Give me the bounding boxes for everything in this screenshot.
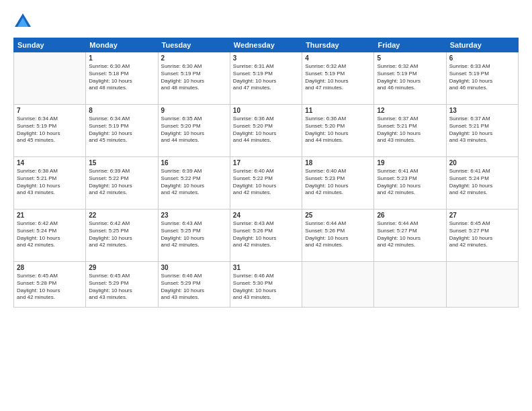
day-cell: 28Sunrise: 6:45 AM Sunset: 5:28 PM Dayli… (14, 262, 86, 308)
header (13, 12, 519, 31)
day-cell: 1Sunrise: 6:30 AM Sunset: 5:18 PM Daylig… (86, 52, 158, 105)
day-info: Sunrise: 6:46 AM Sunset: 5:29 PM Dayligh… (161, 273, 227, 302)
day-number: 21 (17, 212, 83, 219)
week-row-0: 1Sunrise: 6:30 AM Sunset: 5:18 PM Daylig… (14, 52, 519, 105)
header-cell-saturday: Saturday (446, 38, 518, 52)
day-info: Sunrise: 6:46 AM Sunset: 5:30 PM Dayligh… (233, 273, 299, 302)
week-row-3: 21Sunrise: 6:42 AM Sunset: 5:24 PM Dayli… (14, 210, 519, 262)
day-cell: 30Sunrise: 6:46 AM Sunset: 5:29 PM Dayli… (158, 262, 230, 308)
day-cell: 19Sunrise: 6:41 AM Sunset: 5:23 PM Dayli… (374, 157, 446, 210)
day-cell: 23Sunrise: 6:43 AM Sunset: 5:25 PM Dayli… (158, 210, 230, 262)
day-number: 24 (233, 212, 299, 219)
day-info: Sunrise: 6:36 AM Sunset: 5:20 PM Dayligh… (233, 116, 299, 144)
day-info: Sunrise: 6:40 AM Sunset: 5:22 PM Dayligh… (233, 168, 299, 197)
logo-icon (13, 12, 32, 31)
day-cell: 7Sunrise: 6:34 AM Sunset: 5:19 PM Daylig… (14, 105, 86, 157)
day-number: 30 (161, 264, 227, 271)
day-cell: 15Sunrise: 6:39 AM Sunset: 5:22 PM Dayli… (86, 157, 158, 210)
calendar-header: SundayMondayTuesdayWednesdayThursdayFrid… (14, 38, 519, 52)
day-cell: 6Sunrise: 6:33 AM Sunset: 5:19 PM Daylig… (446, 52, 518, 105)
day-info: Sunrise: 6:30 AM Sunset: 5:18 PM Dayligh… (89, 63, 154, 92)
day-info: Sunrise: 6:35 AM Sunset: 5:20 PM Dayligh… (161, 116, 227, 144)
header-cell-wednesday: Wednesday (230, 38, 302, 52)
day-number: 27 (449, 212, 515, 219)
week-row-4: 28Sunrise: 6:45 AM Sunset: 5:28 PM Dayli… (14, 262, 519, 308)
day-number: 18 (305, 159, 371, 167)
day-info: Sunrise: 6:32 AM Sunset: 5:19 PM Dayligh… (377, 63, 443, 92)
day-cell: 5Sunrise: 6:32 AM Sunset: 5:19 PM Daylig… (374, 52, 446, 105)
day-cell: 26Sunrise: 6:44 AM Sunset: 5:27 PM Dayli… (374, 210, 446, 262)
day-cell: 31Sunrise: 6:46 AM Sunset: 5:30 PM Dayli… (230, 262, 302, 308)
day-cell: 21Sunrise: 6:42 AM Sunset: 5:24 PM Dayli… (14, 210, 86, 262)
day-info: Sunrise: 6:38 AM Sunset: 5:21 PM Dayligh… (17, 168, 83, 197)
day-info: Sunrise: 6:41 AM Sunset: 5:24 PM Dayligh… (449, 168, 515, 197)
week-row-2: 14Sunrise: 6:38 AM Sunset: 5:21 PM Dayli… (14, 157, 519, 210)
day-cell: 12Sunrise: 6:37 AM Sunset: 5:21 PM Dayli… (374, 105, 446, 157)
day-cell: 13Sunrise: 6:37 AM Sunset: 5:21 PM Dayli… (446, 105, 518, 157)
day-number: 14 (17, 159, 83, 167)
day-number: 12 (377, 107, 443, 114)
day-info: Sunrise: 6:34 AM Sunset: 5:19 PM Dayligh… (17, 116, 83, 144)
day-info: Sunrise: 6:45 AM Sunset: 5:29 PM Dayligh… (89, 273, 154, 302)
day-info: Sunrise: 6:32 AM Sunset: 5:19 PM Dayligh… (305, 63, 371, 92)
day-number: 13 (449, 107, 515, 114)
day-number: 2 (161, 54, 227, 62)
header-cell-sunday: Sunday (14, 38, 86, 52)
day-cell: 14Sunrise: 6:38 AM Sunset: 5:21 PM Dayli… (14, 157, 86, 210)
day-number: 20 (449, 159, 515, 167)
day-number: 7 (17, 107, 83, 114)
day-info: Sunrise: 6:37 AM Sunset: 5:21 PM Dayligh… (449, 116, 515, 144)
day-number: 6 (449, 54, 515, 62)
day-info: Sunrise: 6:41 AM Sunset: 5:23 PM Dayligh… (377, 168, 443, 197)
day-info: Sunrise: 6:44 AM Sunset: 5:27 PM Dayligh… (377, 220, 443, 249)
day-number: 16 (161, 159, 227, 167)
day-cell: 2Sunrise: 6:30 AM Sunset: 5:19 PM Daylig… (158, 52, 230, 105)
header-cell-thursday: Thursday (302, 38, 374, 52)
day-info: Sunrise: 6:45 AM Sunset: 5:27 PM Dayligh… (449, 220, 515, 249)
day-cell: 29Sunrise: 6:45 AM Sunset: 5:29 PM Dayli… (86, 262, 158, 308)
day-info: Sunrise: 6:42 AM Sunset: 5:25 PM Dayligh… (89, 220, 154, 249)
day-number: 10 (233, 107, 299, 114)
day-cell: 4Sunrise: 6:32 AM Sunset: 5:19 PM Daylig… (302, 52, 374, 105)
day-info: Sunrise: 6:33 AM Sunset: 5:19 PM Dayligh… (449, 63, 515, 92)
day-number: 28 (17, 264, 83, 271)
day-cell: 8Sunrise: 6:34 AM Sunset: 5:19 PM Daylig… (86, 105, 158, 157)
day-cell (302, 262, 374, 308)
day-cell (14, 52, 86, 105)
calendar-body: 1Sunrise: 6:30 AM Sunset: 5:18 PM Daylig… (14, 52, 519, 308)
day-info: Sunrise: 6:42 AM Sunset: 5:24 PM Dayligh… (17, 220, 83, 249)
day-number: 11 (305, 107, 371, 114)
day-info: Sunrise: 6:30 AM Sunset: 5:19 PM Dayligh… (161, 63, 227, 92)
day-number: 25 (305, 212, 371, 219)
day-cell: 24Sunrise: 6:43 AM Sunset: 5:26 PM Dayli… (230, 210, 302, 262)
day-number: 22 (89, 212, 154, 219)
day-number: 23 (161, 212, 227, 219)
header-cell-monday: Monday (86, 38, 158, 52)
day-cell: 11Sunrise: 6:36 AM Sunset: 5:20 PM Dayli… (302, 105, 374, 157)
day-info: Sunrise: 6:39 AM Sunset: 5:22 PM Dayligh… (89, 168, 154, 197)
day-number: 4 (305, 54, 371, 62)
day-cell: 22Sunrise: 6:42 AM Sunset: 5:25 PM Dayli… (86, 210, 158, 262)
header-cell-tuesday: Tuesday (158, 38, 230, 52)
day-cell: 25Sunrise: 6:44 AM Sunset: 5:26 PM Dayli… (302, 210, 374, 262)
day-cell (374, 262, 446, 308)
day-info: Sunrise: 6:39 AM Sunset: 5:22 PM Dayligh… (161, 168, 227, 197)
day-cell: 27Sunrise: 6:45 AM Sunset: 5:27 PM Dayli… (446, 210, 518, 262)
day-number: 26 (377, 212, 443, 219)
calendar-table: SundayMondayTuesdayWednesdayThursdayFrid… (13, 38, 519, 308)
day-cell: 20Sunrise: 6:41 AM Sunset: 5:24 PM Dayli… (446, 157, 518, 210)
day-number: 19 (377, 159, 443, 167)
day-number: 5 (377, 54, 443, 62)
day-cell: 10Sunrise: 6:36 AM Sunset: 5:20 PM Dayli… (230, 105, 302, 157)
day-info: Sunrise: 6:43 AM Sunset: 5:25 PM Dayligh… (161, 220, 227, 249)
day-cell: 18Sunrise: 6:40 AM Sunset: 5:23 PM Dayli… (302, 157, 374, 210)
logo (13, 12, 35, 31)
day-info: Sunrise: 6:34 AM Sunset: 5:19 PM Dayligh… (89, 116, 154, 144)
day-info: Sunrise: 6:45 AM Sunset: 5:28 PM Dayligh… (17, 273, 83, 302)
day-number: 31 (233, 264, 299, 271)
day-cell: 9Sunrise: 6:35 AM Sunset: 5:20 PM Daylig… (158, 105, 230, 157)
day-cell (446, 262, 518, 308)
day-number: 8 (89, 107, 154, 114)
day-info: Sunrise: 6:37 AM Sunset: 5:21 PM Dayligh… (377, 116, 443, 144)
day-number: 3 (233, 54, 299, 62)
